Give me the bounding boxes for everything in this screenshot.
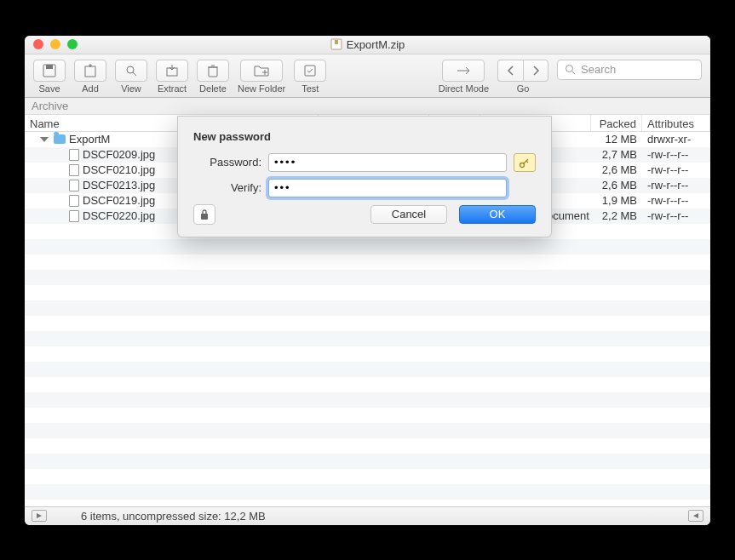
status-text: 6 items, uncompressed size: 12,2 MB [81,510,266,523]
go-forward-button[interactable] [523,60,548,82]
toolbar-label: Go [517,83,530,94]
reveal-password-button[interactable] [514,153,536,172]
image-file-icon [69,210,79,222]
window-lights [25,39,78,49]
svg-rect-0 [331,39,342,49]
disclosure-icon[interactable] [40,137,49,142]
toolbar-label: Test [301,83,319,94]
go-segment [497,60,548,82]
image-file-icon [69,195,79,207]
toolbar-label: Direct Mode [439,83,489,94]
svg-rect-7 [209,67,217,77]
image-file-icon [69,164,79,176]
verify-label: Verify: [193,181,261,194]
key-icon [519,157,531,169]
add-button[interactable] [74,60,106,82]
close-icon[interactable] [33,39,43,49]
password-label: Password: [193,156,261,169]
cancel-button[interactable]: Cancel [370,205,447,224]
svg-rect-11 [201,214,208,220]
password-dialog: New password Password: Verify: Cancel [177,116,552,237]
search-input[interactable]: Search [557,60,702,80]
statusbar: 6 items, uncompressed size: 12,2 MB [25,506,710,525]
toolbar-label: View [121,83,141,94]
lock-button[interactable] [193,204,215,225]
toolbar-label: New Folder [238,83,285,94]
panel-left-button[interactable] [32,510,47,522]
go-back-button[interactable] [497,60,523,82]
file-name: ExportM [69,133,110,146]
svg-point-9 [566,66,573,72]
newfolder-button[interactable] [240,60,283,82]
verify-field[interactable] [268,179,507,197]
window-title: ExportM.zip [25,38,710,51]
svg-rect-3 [46,65,53,69]
column-packed[interactable]: Packed [591,115,642,131]
direct-mode-button[interactable] [442,60,485,82]
archive-path-bar: Archive [25,98,710,115]
image-file-icon [69,180,79,191]
toolbar-label: Add [82,83,99,94]
svg-rect-1 [335,40,338,44]
app-window: ExportM.zip Save Add View Extract Delete… [25,36,710,525]
archive-icon [330,38,342,50]
file-name: DSCF0213.jpg [83,179,155,191]
search-icon [565,64,576,75]
zoom-icon[interactable] [67,39,78,49]
lock-icon [199,209,210,220]
toolbar-label: Save [38,83,60,94]
test-button[interactable] [294,60,326,82]
image-file-icon [69,149,79,161]
panel-right-button[interactable] [688,510,703,522]
svg-point-5 [127,66,134,73]
file-name: DSCF0210.jpg [83,163,155,176]
titlebar: ExportM.zip [25,36,710,54]
svg-rect-4 [85,66,95,77]
ok-button[interactable]: OK [459,205,536,224]
file-name: DSCF0219.jpg [83,194,155,207]
file-name: DSCF0220.jpg [83,209,155,222]
extract-button[interactable] [156,60,188,82]
delete-button[interactable] [197,60,229,82]
minimize-icon[interactable] [50,39,60,49]
file-name: DSCF0209.jpg [83,148,155,161]
toolbar: Save Add View Extract Delete New Folder … [25,54,710,98]
svg-point-10 [520,163,525,167]
column-attributes[interactable]: Attributes [642,115,710,131]
dialog-title: New password [193,130,536,143]
svg-rect-8 [305,66,315,76]
folder-icon [54,134,66,144]
save-button[interactable] [33,60,66,82]
toolbar-label: Delete [199,83,227,94]
toolbar-label: Extract [158,83,187,94]
view-button[interactable] [115,60,147,82]
password-field[interactable] [268,153,507,172]
